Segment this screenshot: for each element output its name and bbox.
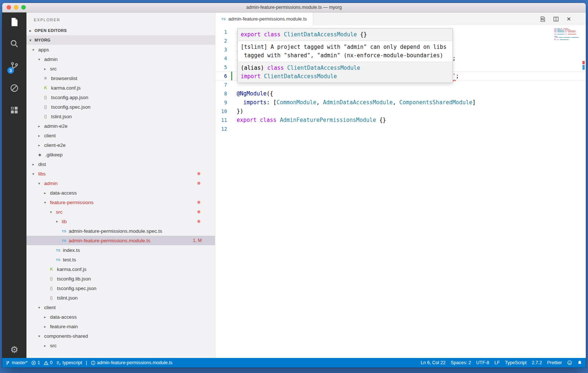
info-icon	[91, 361, 96, 365]
chevron-right-icon: ▸	[32, 162, 38, 166]
tree-item-admin-feature-permissions.module.spec.ts[interactable]: TSadmin-feature-permissions.module.spec.…	[26, 226, 215, 236]
tree-item-client-e2e[interactable]: ▸client-e2e	[26, 140, 215, 150]
close-window-button[interactable]	[7, 5, 11, 10]
code-text: imports: [CommonModule, AdminDataAccessM…	[237, 98, 476, 107]
split-editor-icon[interactable]	[553, 16, 559, 22]
code-token: export	[237, 117, 257, 123]
status-item-branch-icon[interactable]: master*	[6, 360, 28, 365]
tree-item-src[interactable]: ▸src	[26, 341, 215, 350]
close-editor-icon[interactable]: ✕	[566, 16, 571, 22]
minimap-token	[564, 34, 565, 35]
minimap-token	[554, 36, 557, 37]
minimap-token	[568, 34, 576, 35]
tree-item-apps[interactable]: ▾apps	[26, 45, 215, 54]
gutter	[227, 124, 237, 133]
tree-item-data-access[interactable]: ▸data-access	[26, 312, 215, 322]
status-item-bell-icon[interactable]	[577, 360, 582, 365]
list-file-icon: ≡	[44, 76, 51, 81]
status-item[interactable]: UTF-8	[476, 360, 489, 365]
tree-item-libs[interactable]: ▾libs	[26, 169, 215, 178]
tree-item-dist[interactable]: ▸dist	[26, 159, 215, 169]
tree-item-tslint.json[interactable]: {}tslint.json	[26, 293, 215, 303]
tree-item-tsconfig.spec.json[interactable]: {}tsconfig.spec.json	[26, 283, 215, 293]
gutter	[227, 89, 237, 98]
status-label: 0	[50, 360, 53, 365]
explorer-sidebar: EXPLORER ▸ OPEN EDITORS ▾ MYORG ▾apps▾ad…	[26, 12, 215, 358]
diagnostic-message-line: tagged with "shared", "admin" (nx-enforc…	[241, 51, 449, 60]
minimap-token	[576, 34, 577, 35]
code-line-11[interactable]: 11export class AdminFeaturePermissionsMo…	[215, 116, 586, 124]
tree-item-karma.conf.js[interactable]: Kkarma.conf.js	[26, 264, 215, 274]
tree-item-lib[interactable]: ▾lib	[26, 217, 215, 226]
code-line-10[interactable]: 10})	[215, 107, 586, 116]
tree-item-admin[interactable]: ▾admin	[26, 178, 215, 188]
status-item-checklist-icon[interactable]: typescript	[56, 360, 82, 365]
status-item[interactable]: TypeScript	[505, 360, 527, 365]
status-label: UTF-8	[476, 360, 489, 365]
source-control-icon[interactable]: 3	[8, 60, 20, 72]
editor-body[interactable]: 1import { NgModule } from '@angular/core…	[215, 25, 586, 358]
code-line-8[interactable]: 8@NgModule({	[215, 89, 586, 98]
tree-item-admin[interactable]: ▾admin	[26, 54, 215, 64]
minimap-token	[565, 29, 570, 30]
tree-item-.gitkeep[interactable]: ◈.gitkeep	[26, 150, 215, 159]
tab-admin-feature-permissions[interactable]: TS admin-feature-permissions.module.ts	[215, 12, 313, 25]
debug-icon[interactable]	[8, 82, 20, 94]
tree-item-admin-feature-permissions.module.ts[interactable]: TSadmin-feature-permissions.module.ts1, …	[26, 236, 215, 245]
minimap-token	[571, 37, 571, 38]
find-in-file-icon[interactable]	[540, 16, 546, 22]
status-label: |	[86, 360, 87, 365]
tree-item-src[interactable]: ▾src	[26, 207, 215, 217]
tree-item-client[interactable]: ▾client	[26, 303, 215, 312]
tree-item-karma.conf.js[interactable]: Kkarma.conf.js	[26, 83, 215, 93]
minimap-token	[563, 28, 568, 29]
tree-item-components-shared[interactable]: ▾components-shared	[26, 331, 215, 341]
status-label: 2.7.2	[532, 360, 542, 365]
smiley-icon	[567, 360, 572, 365]
tree-item-label: client	[44, 133, 56, 138]
status-item[interactable]: Spaces: 2	[451, 360, 471, 365]
tree-item-tsconfig.app.json[interactable]: {}tsconfig.app.json	[26, 93, 215, 102]
status-item-info-icon[interactable]: admin-feature-permissions.module.ts	[91, 360, 173, 365]
tree-item-src[interactable]: ▸src	[26, 64, 215, 73]
settings-gear-icon[interactable]: ⚙	[10, 345, 18, 354]
status-item[interactable]: Prettier	[547, 360, 562, 365]
tree-item-tsconfig.spec.json[interactable]: {}tsconfig.spec.json	[26, 102, 215, 112]
tree-item-label: data-access	[50, 190, 77, 196]
status-item[interactable]: 2.7.2	[532, 360, 542, 365]
zoom-window-button[interactable]	[21, 5, 26, 10]
minimize-window-button[interactable]	[14, 5, 18, 10]
minimap-token	[567, 30, 575, 31]
explorer-icon[interactable]	[8, 16, 20, 28]
tree-item-feature-permissions[interactable]: ▾feature-permissions	[26, 198, 215, 207]
tree-item-data-access[interactable]: ▸data-access	[26, 188, 215, 198]
status-item-warning-icon[interactable]: 0	[44, 360, 53, 365]
minimap-token	[564, 37, 570, 38]
minimap[interactable]	[554, 28, 581, 41]
title-bar[interactable]: admin-feature-permissions.module.ts — my…	[2, 3, 586, 12]
tree-item-client[interactable]: ▸client	[26, 131, 215, 140]
open-editors-section[interactable]: ▸ OPEN EDITORS	[26, 26, 215, 35]
minimap-line	[554, 38, 581, 39]
code-line-12[interactable]: 12	[215, 124, 586, 133]
code-line-9[interactable]: 9 imports: [CommonModule, AdminDataAcces…	[215, 98, 586, 107]
json-file-icon: {}	[44, 105, 51, 109]
status-item-smiley-icon[interactable]	[567, 360, 572, 365]
minimap-token	[554, 30, 556, 31]
tree-item-feature-main[interactable]: ▸feature-main	[26, 322, 215, 331]
tree-item-index.ts[interactable]: TSindex.ts	[26, 245, 215, 255]
tree-item-browserslist[interactable]: ≡browserslist	[26, 73, 215, 83]
workspace-root-section[interactable]: ▾ MYORG	[26, 35, 215, 45]
tree-item-admin-e2e[interactable]: ▸admin-e2e	[26, 121, 215, 131]
extensions-icon[interactable]	[8, 104, 20, 116]
status-item[interactable]: Ln 6, Col 22	[421, 360, 445, 365]
tree-item-tsconfig.lib.json[interactable]: {}tsconfig.lib.json	[26, 274, 215, 283]
tree-item-test.ts[interactable]: TStest.ts	[26, 255, 215, 264]
search-icon[interactable]	[8, 38, 20, 50]
code-token: ClientDataAccessModule	[287, 65, 360, 71]
code-token: ;	[452, 55, 456, 62]
status-item[interactable]: LF	[494, 360, 500, 365]
tree-item-label: browserslist	[51, 76, 77, 81]
tree-item-tslint.json[interactable]: {}tslint.json	[26, 112, 215, 121]
status-item-error-icon[interactable]: 1	[31, 360, 40, 365]
